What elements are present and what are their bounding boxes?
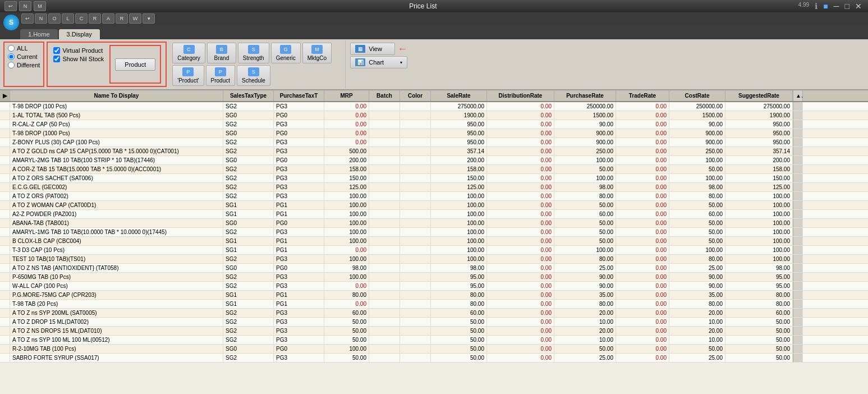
table-row[interactable]: AMARYL-2MG TAB 10 TAB(100 STRIP * 10 TAB… — [0, 156, 868, 165]
row-distrate: 0.00 — [487, 237, 554, 245]
table-row[interactable]: A COR-Z TAB 15 TAB(15.0000 TAB * 15.0000… — [0, 165, 868, 174]
table-row[interactable]: A TO Z ORS (PAT002) SG2 PG3 100.00 100.0… — [0, 192, 868, 201]
row-scrollbar — [793, 246, 803, 254]
schedule-btn[interactable]: S Schedule — [237, 65, 270, 86]
table-row[interactable]: T-98 TAB (20 Pcs) SG1 PG1 0.00 80.00 0.0… — [0, 300, 868, 309]
row-scrollbar — [793, 345, 803, 353]
table-row[interactable]: AMARYL-1MG TAB 10 TAB(10.0000 TAB * 10.0… — [0, 228, 868, 237]
row-traderate: 0.00 — [616, 129, 669, 138]
table-row[interactable]: A TO Z NS TAB {ANTIOXIDENT} (TAT058) SG0… — [0, 264, 868, 273]
mktgco-btn[interactable]: M MktgCo — [302, 43, 332, 63]
row-salestax: SG2 — [223, 192, 274, 200]
row-purchasetax: PG3 — [274, 165, 324, 173]
row-color — [400, 129, 431, 138]
table-row[interactable]: T-3 D3 CAP (10 Pcs) SG1 PG1 0.00 100.00 … — [0, 246, 868, 255]
table-row[interactable]: TEST 10 TAB(10 TAB)(TS01) SG2 PG3 100.00… — [0, 255, 868, 264]
minimize-btn[interactable]: ─ — [832, 2, 841, 11]
checkbox-virtual-product[interactable]: Virtual Product — [53, 47, 104, 54]
strength-btn[interactable]: S Strength — [238, 43, 269, 63]
row-salerate: 98.00 — [431, 264, 487, 272]
table-row[interactable]: P-650MG TAB (10 Pcs) SG2 PG3 100.00 95.0… — [0, 273, 868, 282]
row-sugrate: 200.00 — [725, 156, 793, 164]
row-salerate: 950.00 — [431, 138, 487, 146]
row-selector — [0, 345, 10, 353]
row-scrollbar — [793, 309, 803, 317]
row-name: T-98 TAB (20 Pcs) — [10, 300, 223, 308]
brand-btn[interactable]: B Brand — [207, 43, 236, 63]
row-name: Z-BONY PLUS (30) CAP (100 Pcs) — [10, 138, 223, 146]
tb-btn-3[interactable]: O — [48, 13, 61, 24]
tab-display[interactable]: 3.Display — [59, 29, 100, 39]
table-row[interactable]: Z-BONY PLUS (30) CAP (100 Pcs) SG2 PG3 0… — [0, 138, 868, 147]
window-controls: 4.99 ℹ ■ ─ □ ✕ — [797, 2, 864, 11]
row-selector — [0, 129, 10, 138]
tab-home[interactable]: 1.Home — [20, 29, 58, 39]
row-name: E.C.G.GEL (GEC002) — [10, 183, 223, 191]
table-row[interactable]: A TO Z ORS SACHET (SAT006) SG2 PG3 150.0… — [0, 174, 868, 183]
close-btn[interactable]: ✕ — [853, 2, 864, 11]
table-row[interactable]: A TO Z ns SYP 100 ML 100 ML(00512) SG2 P… — [0, 336, 868, 345]
view-btn[interactable]: ▦ View — [350, 43, 395, 55]
ribbon: ALL Current Different Virtual Product S — [0, 39, 868, 90]
toolbar-icon-3[interactable]: M — [34, 1, 46, 11]
tb-btn-5[interactable]: C — [75, 13, 88, 24]
row-costrate: 1500.00 — [669, 111, 725, 120]
toolbar-icon-1[interactable]: ↩ — [4, 1, 17, 11]
radio-all[interactable]: ALL — [8, 45, 40, 52]
table-body[interactable]: T-98 DROP (100 Pcs) SG2 PG3 0.00 275000.… — [0, 102, 868, 394]
table-row[interactable]: SABRO FORTE SYRUP (SSA017) SG2 PG3 50.00… — [0, 354, 868, 363]
table-row[interactable]: A2-Z POWDER (PAZ001) SG1 PG1 100.00 100.… — [0, 210, 868, 219]
maximize-btn[interactable]: □ — [843, 2, 851, 11]
row-purchasetax: PG1 — [274, 291, 324, 299]
toolbar-icon-2[interactable]: N — [19, 1, 31, 11]
row-purchasetax: PG0 — [274, 111, 324, 120]
table-row[interactable]: W-ALL CAP (100 Pcs) SG2 PG3 0.00 95.00 0… — [0, 282, 868, 291]
row-purchrate: 20.00 — [554, 309, 616, 317]
tb-btn-1[interactable]: ↩ — [21, 13, 34, 24]
table-row[interactable]: B CLOX-LB CAP (CBC004) SG1 PG1 100.00 10… — [0, 237, 868, 246]
tb-btn-7[interactable]: A — [102, 13, 114, 24]
row-purchrate: 10.00 — [554, 336, 616, 344]
tb-btn-10[interactable]: ▾ — [143, 13, 155, 24]
table-row[interactable]: R-CAL-Z CAP (50 Pcs) SG2 PG3 0.00 950.00… — [0, 120, 868, 129]
table-row[interactable]: A TO Z WOMAN CAP (CAT00D1) SG1 PG1 100.0… — [0, 201, 868, 210]
radio-current[interactable]: Current — [8, 53, 40, 60]
product2-btn[interactable]: P Product — [206, 65, 235, 86]
tb-btn-4[interactable]: L — [62, 13, 74, 24]
table-row[interactable]: T-98 DROP (1000 Pcs) SG0 PG0 0.00 950.00… — [0, 129, 868, 138]
radio-different[interactable]: Different — [8, 62, 40, 68]
product-button[interactable]: Product — [115, 58, 155, 71]
table-row[interactable]: A TO Z GOLD ns CAP 15 CAP(15.0000 TAB * … — [0, 147, 868, 156]
row-name: R-2-10MG TAB (100 Pcs) — [10, 345, 223, 353]
category-btn[interactable]: C Category — [172, 43, 205, 63]
row-salerate: 100.00 — [431, 237, 487, 245]
chart-btn[interactable]: 📊 Chart ▾ — [350, 56, 407, 68]
tb-btn-8[interactable]: R — [116, 13, 128, 24]
checkbox-show-nil-stock[interactable]: Show Nil Stock — [53, 56, 104, 62]
tb-btn-2[interactable]: N — [35, 13, 47, 24]
table-row[interactable]: P.G.MORE-75MG CAP (CPR203) SG1 PG1 80.00… — [0, 291, 868, 300]
table-row[interactable]: A TO Z NS DROPS 15 ML(DAT010) SG2 PG3 50… — [0, 327, 868, 336]
table-row[interactable]: T-98 DROP (100 Pcs) SG2 PG3 0.00 275000.… — [0, 102, 868, 111]
table-row[interactable]: 1-AL TOTAL TAB (500 Pcs) SG0 PG0 0.00 19… — [0, 111, 868, 120]
generic-btn[interactable]: G Generic — [271, 43, 301, 63]
row-name: R-CAL-Z CAP (50 Pcs) — [10, 120, 223, 129]
table-row[interactable]: A TO Z DROP 15 ML(DAT002) SG2 PG3 50.00 … — [0, 318, 868, 327]
table-row[interactable]: ABANA-TAB (TAB001) SG0 PG0 100.00 100.00… — [0, 219, 868, 228]
table-row[interactable]: R-2-10MG TAB (100 Pcs) SG0 PG0 100.00 50… — [0, 345, 868, 354]
filter-buttons-group: C Category B Brand S Strength G Generic … — [168, 40, 346, 88]
row-mrp: 0.00 — [324, 120, 369, 129]
tb-btn-9[interactable]: W — [129, 13, 141, 24]
row-distrate: 0.00 — [487, 273, 554, 281]
row-traderate: 0.00 — [616, 183, 669, 191]
row-costrate: 50.00 — [669, 201, 725, 209]
table-row[interactable]: E.C.G.GEL (GEC002) SG2 PG3 125.00 125.00… — [0, 183, 868, 192]
product-filter-btn[interactable]: P 'Product' — [172, 65, 204, 86]
row-purchasetax: PG1 — [274, 210, 324, 218]
tb-btn-6[interactable]: R — [89, 13, 101, 24]
header-costrate: CostRate — [669, 90, 725, 101]
table-row[interactable]: A TO Z ns SYP 200ML (SAT0005) SG2 PG3 60… — [0, 309, 868, 318]
row-sugrate: 1900.00 — [725, 111, 793, 120]
row-batch — [369, 345, 400, 353]
row-salerate: 100.00 — [431, 192, 487, 200]
